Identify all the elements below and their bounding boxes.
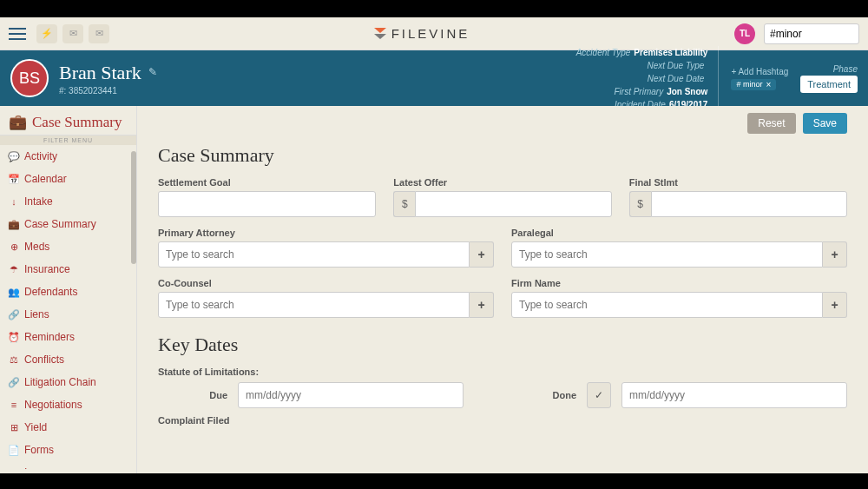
sidebar: 💼 Case Summary FILTER MENU 💬Activity📅Cal…: [0, 106, 137, 473]
sidebar-item-label: Defendants: [24, 286, 77, 298]
save-button[interactable]: Save: [803, 113, 847, 134]
sidebar-item-label: Litigation Chain: [24, 376, 96, 388]
section-title-key-dates: Key Dates: [158, 334, 847, 356]
scrollbar[interactable]: [131, 151, 136, 264]
user-avatar[interactable]: TL: [734, 23, 755, 44]
latest-offer-label: Latest Offer: [393, 177, 611, 188]
sidebar-item-reminders[interactable]: ⏰Reminders: [0, 326, 136, 348]
app-logo: FILEVINE: [109, 26, 734, 41]
phase-label: Phase: [800, 64, 858, 74]
sidebar-item-conflicts[interactable]: ⚖Conflicts: [0, 348, 136, 371]
sidebar-item-icon: 🔗: [9, 309, 19, 320]
meta-label: Next Due Type: [647, 61, 704, 70]
sidebar-item-activity[interactable]: 💬Activity: [0, 145, 136, 168]
global-search-input[interactable]: [764, 23, 859, 44]
meta-label: Accident Type: [576, 48, 631, 57]
meta-value: Jon Snow: [667, 87, 707, 96]
add-button[interactable]: +: [470, 292, 494, 318]
due-label: Due: [158, 390, 227, 400]
sidebar-item-case-summary[interactable]: 💼Case Summary: [0, 213, 136, 235]
primary-attorney-input[interactable]: [158, 241, 470, 268]
sidebar-item-label: Negotiations: [24, 399, 82, 411]
co-counsel-label: Co-Counsel: [158, 278, 494, 288]
sidebar-item-icon: ↓: [9, 196, 19, 207]
sidebar-item-issues[interactable]: ⚠Issues: [0, 461, 136, 469]
sidebar-item-litigation-chain[interactable]: 🔗Litigation Chain: [0, 371, 136, 393]
paralegal-input[interactable]: [511, 241, 823, 268]
sidebar-item-icon: 👥: [9, 287, 19, 298]
firm-name-label: Firm Name: [511, 278, 847, 288]
sidebar-item-icon: 💬: [9, 151, 19, 162]
sidebar-item-intake[interactable]: ↓Intake: [0, 190, 136, 213]
sidebar-item-icon: ⚖: [9, 354, 19, 366]
sidebar-item-label: Reminders: [24, 331, 75, 343]
sidebar-item-icon: ⚠: [9, 467, 19, 470]
add-hashtag-button[interactable]: + Add Hashtag: [731, 67, 788, 76]
firm-name-input[interactable]: [511, 292, 823, 318]
filevine-logo-icon: [374, 28, 386, 40]
co-counsel-input[interactable]: [158, 292, 470, 318]
sidebar-item-label: Case Summary: [24, 218, 96, 230]
add-button[interactable]: +: [470, 241, 494, 268]
hashtag-block: + Add Hashtag # minor ×: [731, 67, 788, 90]
currency-prefix: $: [393, 191, 415, 217]
message-icon[interactable]: ✉: [62, 24, 83, 43]
statute-label: Statute of Limitations:: [158, 367, 847, 377]
close-icon[interactable]: ×: [766, 80, 771, 89]
sidebar-item-insurance[interactable]: ☂Insurance: [0, 258, 136, 281]
latest-offer-input[interactable]: [415, 191, 611, 217]
meta-label: First Primary: [614, 87, 663, 96]
due-date-input[interactable]: [238, 382, 464, 408]
sidebar-item-label: Liens: [24, 308, 49, 320]
bolt-icon[interactable]: ⚡: [36, 24, 57, 43]
case-avatar[interactable]: BS: [10, 59, 49, 97]
sidebar-item-label: Conflicts: [24, 354, 64, 366]
add-button[interactable]: +: [823, 292, 847, 318]
sidebar-item-label: Forms: [24, 444, 54, 456]
sidebar-item-icon: ≡: [9, 400, 19, 410]
sidebar-item-icon: ⊕: [9, 241, 19, 253]
sidebar-item-negotiations[interactable]: ≡Negotiations: [0, 393, 136, 416]
hamburger-menu-icon[interactable]: [9, 28, 26, 40]
sidebar-item-forms[interactable]: 📄Forms: [0, 439, 136, 461]
case-name-text: Bran Stark: [59, 62, 141, 84]
hashtag-chip[interactable]: # minor ×: [731, 79, 776, 90]
sidebar-item-icon: ⊞: [9, 422, 19, 433]
sidebar-header: 💼 Case Summary: [0, 106, 136, 135]
sidebar-item-label: Intake: [24, 195, 53, 208]
case-meta: Accident TypePremises Liability Next Due…: [576, 46, 858, 111]
sidebar-item-icon: 📄: [9, 445, 19, 456]
complaint-filed-label: Complaint Filed: [158, 415, 847, 426]
sidebar-item-label: Yield: [24, 421, 47, 433]
sidebar-item-icon: 🔗: [9, 377, 19, 388]
edit-icon[interactable]: ✎: [148, 66, 157, 79]
sidebar-item-icon: 📅: [9, 174, 19, 185]
final-stlmt-input[interactable]: [651, 191, 847, 217]
sidebar-item-label: Issues: [24, 466, 55, 469]
meta-block: Accident TypePremises Liability Next Due…: [576, 46, 720, 111]
done-date-input[interactable]: [621, 382, 847, 408]
logo-text: FILEVINE: [391, 26, 470, 41]
reset-button[interactable]: Reset: [747, 113, 795, 134]
sidebar-item-label: Meds: [24, 241, 49, 253]
phase-button[interactable]: Treatment: [800, 76, 858, 93]
sidebar-item-defendants[interactable]: 👥Defendants: [0, 281, 136, 303]
briefcase-icon: 💼: [9, 113, 27, 131]
settlement-goal-input[interactable]: [158, 191, 376, 217]
sidebar-item-calendar[interactable]: 📅Calendar: [0, 168, 136, 190]
sidebar-item-label: Insurance: [24, 263, 70, 275]
add-button[interactable]: +: [823, 241, 847, 268]
case-header: BS Bran Stark ✎ #: 3852023441 Accident T…: [0, 50, 868, 106]
sidebar-item-meds[interactable]: ⊕Meds: [0, 235, 136, 258]
case-id: #: 3852023441: [59, 86, 157, 96]
sidebar-item-label: Calendar: [24, 173, 67, 185]
paralegal-label: Paralegal: [511, 228, 847, 238]
case-name: Bran Stark ✎: [59, 62, 157, 84]
mail-icon[interactable]: ✉: [89, 24, 109, 43]
sidebar-item-liens[interactable]: 🔗Liens: [0, 303, 136, 326]
done-check-button[interactable]: ✓: [587, 382, 611, 408]
filter-menu-button[interactable]: FILTER MENU: [0, 135, 136, 145]
sidebar-item-yield[interactable]: ⊞Yield: [0, 416, 136, 439]
sidebar-title: 💼 Case Summary: [9, 113, 128, 131]
sidebar-item-icon: 💼: [9, 219, 19, 230]
